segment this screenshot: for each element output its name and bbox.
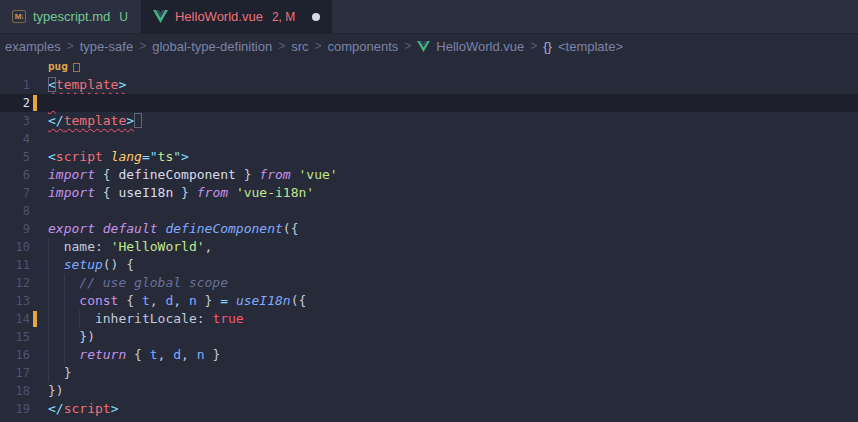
code-line[interactable]: 16 return { t, d, n } bbox=[0, 346, 858, 364]
token: inheritLocale bbox=[48, 311, 197, 326]
language-hint-pug[interactable]: pug bbox=[48, 59, 80, 74]
tab-typescript-md[interactable]: M↓ typescript.md U bbox=[0, 0, 141, 33]
code-line[interactable]: 3</template> bbox=[0, 112, 858, 130]
token: import bbox=[48, 167, 95, 182]
token: > bbox=[111, 401, 119, 416]
code-line[interactable]: 11 setup() { bbox=[0, 256, 858, 274]
line-number[interactable]: 17 bbox=[0, 364, 30, 382]
code-line[interactable]: 2 bbox=[0, 94, 858, 112]
token: > bbox=[181, 149, 189, 164]
token: d bbox=[173, 347, 181, 362]
line-number[interactable]: 9 bbox=[0, 220, 30, 238]
line-number[interactable]: 15 bbox=[0, 328, 30, 346]
token: useI18n bbox=[236, 293, 291, 308]
code-text: <script lang="ts"> bbox=[48, 148, 189, 166]
token: = bbox=[220, 293, 228, 308]
chevron-right-icon: > bbox=[404, 39, 411, 53]
tab-problems-status: 2, M bbox=[272, 10, 295, 24]
token bbox=[48, 347, 79, 362]
line-number[interactable]: 16 bbox=[0, 346, 30, 364]
code-line[interactable]: 14 inheritLocale: true bbox=[0, 310, 858, 328]
breadcrumb-item-components[interactable]: components bbox=[328, 39, 399, 54]
token: { bbox=[126, 347, 149, 362]
token bbox=[48, 257, 64, 272]
markdown-icon: M↓ bbox=[12, 10, 26, 23]
breadcrumb-item-examples[interactable]: examples bbox=[5, 39, 61, 54]
code-text: </script> bbox=[48, 400, 118, 418]
line-number[interactable]: 18 bbox=[0, 382, 30, 400]
token: 'vue' bbox=[298, 167, 337, 182]
code-text: export default defineComponent({ bbox=[48, 220, 298, 238]
token: " bbox=[150, 149, 158, 164]
code-line[interactable]: 15 }) bbox=[0, 328, 858, 346]
token: const bbox=[79, 293, 118, 308]
token: , bbox=[173, 293, 189, 308]
breadcrumb-item-type-safe[interactable]: type-safe bbox=[80, 39, 133, 54]
line-number[interactable]: 8 bbox=[0, 202, 30, 220]
code-line[interactable]: 5<script lang="ts"> bbox=[0, 148, 858, 166]
code-line[interactable]: 19</script> bbox=[0, 400, 858, 418]
breadcrumb-item-symbol-template[interactable]: <template> bbox=[558, 39, 623, 54]
token: 'HelloWorld' bbox=[111, 239, 205, 254]
code-line[interactable]: 1<template> bbox=[0, 76, 858, 94]
tab-bar: M↓ typescript.md U HelloWorld.vue 2, M bbox=[0, 0, 858, 34]
code-line[interactable]: 18}) bbox=[0, 382, 858, 400]
line-number[interactable]: 12 bbox=[0, 274, 30, 292]
chevron-right-icon: > bbox=[314, 39, 321, 53]
code-line[interactable]: 10 name: 'HelloWorld', bbox=[0, 238, 858, 256]
code-line[interactable]: 13 const { t, d, n } = useI18n({ bbox=[0, 292, 858, 310]
line-number[interactable]: 6 bbox=[0, 166, 30, 184]
line-number[interactable]: 11 bbox=[0, 256, 30, 274]
code-line[interactable]: 12 // use global scope bbox=[0, 274, 858, 292]
unsaved-dot-icon[interactable] bbox=[312, 13, 320, 21]
line-number[interactable]: 2 bbox=[0, 94, 30, 112]
symbol-braces-icon: {} bbox=[543, 39, 552, 54]
code-text: return { t, d, n } bbox=[48, 346, 220, 364]
code-text: const { t, d, n } = useI18n({ bbox=[48, 292, 306, 310]
token: 'vue-i18n' bbox=[236, 185, 314, 200]
line-number[interactable]: 14 bbox=[0, 310, 30, 328]
token: : bbox=[95, 239, 111, 254]
token: defineComponent bbox=[165, 221, 282, 236]
token: name bbox=[48, 239, 95, 254]
line-number[interactable]: 13 bbox=[0, 292, 30, 310]
line-number[interactable]: 4 bbox=[0, 130, 30, 148]
code-line[interactable]: 6import { defineComponent } from 'vue' bbox=[0, 166, 858, 184]
tab-helloworld-vue[interactable]: HelloWorld.vue 2, M bbox=[141, 0, 332, 33]
token: return bbox=[79, 347, 126, 362]
line-number[interactable]: 7 bbox=[0, 184, 30, 202]
code-line[interactable]: 17 } bbox=[0, 364, 858, 382]
token bbox=[48, 275, 79, 290]
line-number[interactable]: 10 bbox=[0, 238, 30, 256]
tab-git-status: U bbox=[119, 10, 128, 24]
line-number[interactable]: 1 bbox=[0, 76, 30, 94]
line-number[interactable]: 19 bbox=[0, 400, 30, 418]
code-text: setup() { bbox=[48, 256, 134, 274]
code-text: name: 'HelloWorld', bbox=[48, 238, 212, 256]
breadcrumb-item-global-type-definition[interactable]: global-type-definition bbox=[152, 39, 272, 54]
breadcrumb-item-src[interactable]: src bbox=[291, 39, 308, 54]
breadcrumb-item-file[interactable]: HelloWorld.vue bbox=[436, 39, 524, 54]
line-number[interactable]: 5 bbox=[0, 148, 30, 166]
token: } bbox=[205, 347, 221, 362]
code-line[interactable]: 4 bbox=[0, 130, 858, 148]
token: { bbox=[118, 293, 141, 308]
code-text: }) bbox=[48, 328, 95, 346]
token: defineComponent bbox=[118, 167, 235, 182]
token: }) bbox=[48, 383, 64, 398]
git-modified-marker bbox=[33, 95, 37, 111]
token: script bbox=[56, 149, 103, 164]
code-line[interactable]: 9export default defineComponent({ bbox=[0, 220, 858, 238]
breadcrumb: examples > type-safe > global-type-defin… bbox=[0, 34, 858, 58]
code-text: </template> bbox=[48, 112, 142, 130]
code-line[interactable]: 7import { useI18n } from 'vue-i18n' bbox=[0, 184, 858, 202]
code-text: }) bbox=[48, 382, 64, 400]
code-line[interactable]: 8 bbox=[0, 202, 858, 220]
line-number[interactable]: 3 bbox=[0, 112, 30, 130]
token: } bbox=[173, 185, 196, 200]
token: { bbox=[95, 167, 118, 182]
tab-label: HelloWorld.vue bbox=[175, 9, 263, 24]
token: useI18n bbox=[118, 185, 173, 200]
token-with-error-squiggle: > bbox=[118, 77, 126, 92]
token: lang bbox=[111, 149, 142, 164]
